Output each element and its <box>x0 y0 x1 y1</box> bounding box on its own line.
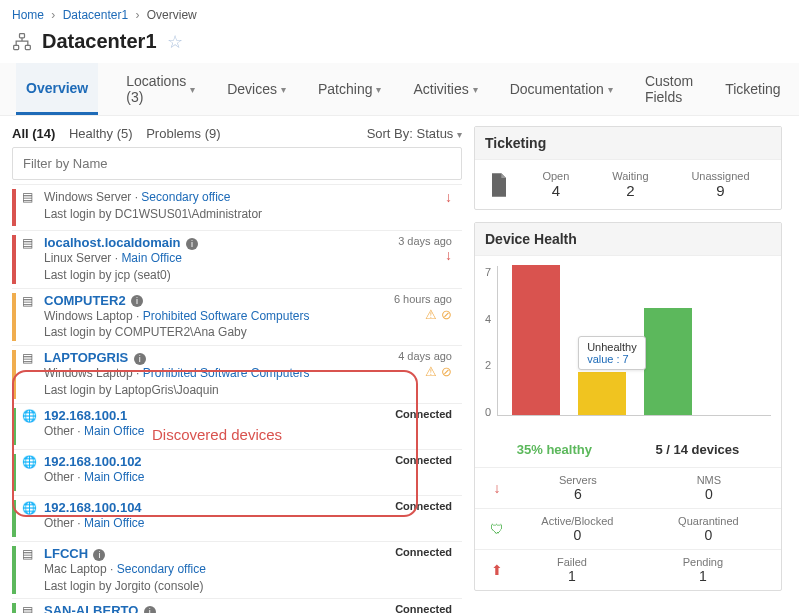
info-icon[interactable]: i <box>134 353 146 365</box>
device-row[interactable]: ▤COMPUTER2 iWindows Laptop · Prohibited … <box>12 289 462 347</box>
tab-custom-fields[interactable]: Custom Fields <box>641 63 697 115</box>
chart-bar[interactable] <box>512 265 560 415</box>
device-location-link[interactable]: Main Office <box>121 251 181 265</box>
tab-patching[interactable]: Patching▾ <box>314 63 385 115</box>
device-body: 192.168.100.102Other · Main Office <box>44 454 395 491</box>
filter-problems[interactable]: Problems (9) <box>146 126 220 141</box>
device-body: LAPTOPGRIS iWindows Laptop · Prohibited … <box>44 350 398 399</box>
shield-icon: 🛡 <box>485 521 509 537</box>
health-stat-row: 🛡Active/Blocked0Quarantined0 <box>475 508 781 549</box>
breadcrumb: Home › Datacenter1 › Overview <box>0 0 799 26</box>
info-icon[interactable]: i <box>93 549 105 561</box>
chevron-down-icon: ▾ <box>281 84 286 95</box>
device-body: Windows Server · Secondary officeLast lo… <box>44 189 445 226</box>
favorite-star-icon[interactable]: ☆ <box>167 31 183 53</box>
device-row[interactable]: 🌐192.168.100.1Other · Main OfficeConnect… <box>12 404 462 450</box>
health-ratio: 5 / 14 devices <box>655 442 739 457</box>
filter-input[interactable] <box>12 147 462 180</box>
status-bar <box>12 235 16 284</box>
device-status: ↓ <box>445 189 456 226</box>
device-login: Last login by DC1WSUS01\Administrator <box>44 206 445 223</box>
device-status: Connected <box>395 603 456 613</box>
tab-devices[interactable]: Devices▾ <box>223 63 290 115</box>
device-row[interactable]: 🌐192.168.100.102Other · Main OfficeConne… <box>12 450 462 496</box>
device-name-link[interactable]: 192.168.100.1 <box>44 408 127 423</box>
device-icon: ▤ <box>22 293 38 342</box>
device-list: ▤Windows Server · Secondary officeLast l… <box>12 184 462 613</box>
tickets-open[interactable]: Open4 <box>542 170 569 199</box>
device-status: Connected <box>395 454 456 491</box>
device-name-link[interactable]: localhost.localdomain <box>44 235 181 250</box>
device-location-link[interactable]: Prohibited Software Computers <box>143 366 310 380</box>
device-icon: ▤ <box>22 603 38 613</box>
device-meta: Windows Laptop · Prohibited Software Com… <box>44 365 398 382</box>
info-icon[interactable]: i <box>144 606 156 613</box>
breadcrumb-sep: › <box>51 8 55 22</box>
tickets-unassigned[interactable]: Unassigned9 <box>691 170 749 199</box>
tab-activities[interactable]: Activities▾ <box>409 63 481 115</box>
sort-by[interactable]: Sort By: Status ▾ <box>367 126 462 141</box>
chevron-down-icon: ▾ <box>608 84 613 95</box>
filter-healthy[interactable]: Healthy (5) <box>69 126 133 141</box>
globe-icon: 🌐 <box>22 500 38 537</box>
device-meta: Windows Laptop · Prohibited Software Com… <box>44 308 394 325</box>
device-location-link[interactable]: Main Office <box>84 470 144 484</box>
tab-overview[interactable]: Overview <box>16 63 98 115</box>
info-icon[interactable]: i <box>131 295 143 307</box>
device-location-link[interactable]: Main Office <box>84 516 144 530</box>
device-name-link[interactable]: COMPUTER2 <box>44 293 126 308</box>
device-row[interactable]: ▤LFCCH iMac Laptop · Secondary officeLas… <box>12 542 462 600</box>
stat-cell[interactable]: NMS0 <box>697 474 721 502</box>
health-panel: Device Health 7420 Unhealthy value : 7 3… <box>474 222 782 591</box>
device-location-link[interactable]: Secondary office <box>117 562 206 576</box>
device-body: COMPUTER2 iWindows Laptop · Prohibited S… <box>44 293 394 342</box>
device-row[interactable]: 🌐192.168.100.104Other · Main OfficeConne… <box>12 496 462 542</box>
device-icon: ▤ <box>22 350 38 399</box>
device-status: 4 days ago⚠ ⊘ <box>398 350 456 399</box>
arrow-down-icon: ↓ <box>485 480 509 496</box>
status-bar <box>12 546 16 595</box>
filter-all[interactable]: All (14) <box>12 126 55 141</box>
status-bar <box>12 454 16 491</box>
device-login: Last login by Jorgito (console) <box>44 578 395 595</box>
tab-documentation[interactable]: Documentation▾ <box>506 63 617 115</box>
globe-icon: 🌐 <box>22 408 38 445</box>
chevron-down-icon: ▾ <box>376 84 381 95</box>
status-bar <box>12 603 16 613</box>
device-row[interactable]: ▤SAN-ALBERTO iNetwork Management Agent ·… <box>12 599 462 613</box>
device-name-link[interactable]: LFCCH <box>44 546 88 561</box>
tickets-waiting[interactable]: Waiting2 <box>612 170 648 199</box>
tab-ticketing[interactable]: Ticketing <box>721 63 785 115</box>
stat-cell[interactable]: Failed1 <box>557 556 587 584</box>
device-status: Connected <box>395 546 456 595</box>
stat-cell[interactable]: Active/Blocked0 <box>541 515 613 543</box>
device-name-link[interactable]: 192.168.100.102 <box>44 454 142 469</box>
stat-cell[interactable]: Servers6 <box>559 474 597 502</box>
chart-bar[interactable] <box>578 372 626 415</box>
breadcrumb-sep: › <box>135 8 139 22</box>
device-icon: ▤ <box>22 546 38 595</box>
device-meta: Mac Laptop · Secondary office <box>44 561 395 578</box>
device-status: Connected <box>395 408 456 445</box>
breadcrumb-datacenter[interactable]: Datacenter1 <box>63 8 128 22</box>
device-row[interactable]: ▤LAPTOPGRIS iWindows Laptop · Prohibited… <box>12 346 462 404</box>
device-row[interactable]: ▤Windows Server · Secondary officeLast l… <box>12 185 462 231</box>
device-status: Connected <box>395 500 456 537</box>
device-name-link[interactable]: SAN-ALBERTO <box>44 603 138 613</box>
device-status: 3 days ago↓ <box>398 235 456 284</box>
breadcrumb-home[interactable]: Home <box>12 8 44 22</box>
status-bar <box>12 350 16 399</box>
device-name-link[interactable]: LAPTOPGRIS <box>44 350 128 365</box>
device-row[interactable]: ▤localhost.localdomain iLinux Server · M… <box>12 231 462 289</box>
chart-tooltip: Unhealthy value : 7 <box>578 336 646 370</box>
stat-cell[interactable]: Pending1 <box>683 556 723 584</box>
device-location-link[interactable]: Secondary office <box>141 190 230 204</box>
arrow-up-circle-icon: ⬆ <box>485 562 509 578</box>
device-name-link[interactable]: 192.168.100.104 <box>44 500 142 515</box>
device-location-link[interactable]: Main Office <box>84 424 144 438</box>
chart-bar[interactable] <box>644 308 692 415</box>
tab-locations[interactable]: Locations (3)▾ <box>122 63 199 115</box>
device-location-link[interactable]: Prohibited Software Computers <box>143 309 310 323</box>
stat-cell[interactable]: Quarantined0 <box>678 515 739 543</box>
info-icon[interactable]: i <box>186 238 198 250</box>
